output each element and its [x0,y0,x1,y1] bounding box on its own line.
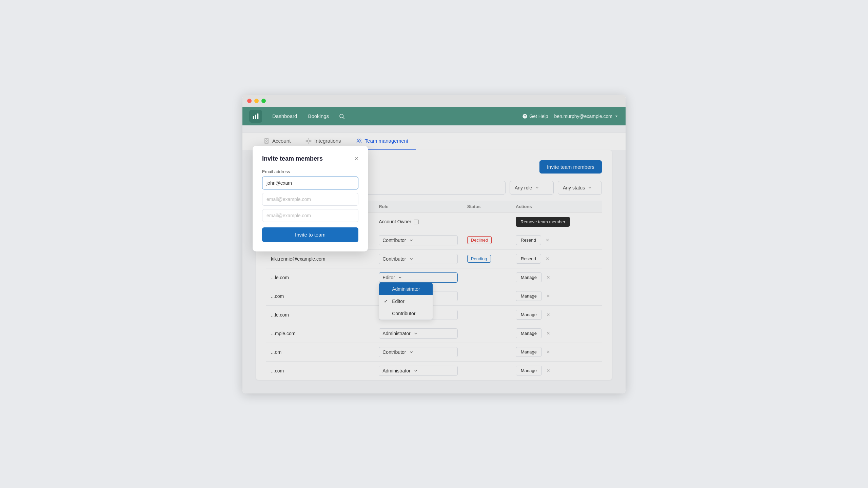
minimize-btn[interactable] [254,99,259,103]
modal-header: Invite team members × [262,155,358,162]
search-icon[interactable] [336,111,347,122]
user-menu[interactable]: ben.murphy@example.com [554,114,619,119]
svg-point-3 [340,114,343,118]
app-window: Dashboard Bookings ? Get Help ben.murphy… [242,95,626,393]
topnav-right: ? Get Help ben.murphy@example.com [522,114,619,119]
maximize-btn[interactable] [261,99,266,103]
email-input-1[interactable] [262,177,358,189]
modal-close-button[interactable]: × [354,155,358,162]
invite-modal: Invite team members × Email address Invi… [253,146,368,251]
titlebar [242,95,626,107]
topnav: Dashboard Bookings ? Get Help ben.murphy… [242,107,626,125]
email-label: Email address [262,169,358,174]
modal-overlay: Invite team members × Email address Invi… [242,125,626,393]
nav-bookings[interactable]: Bookings [304,111,333,121]
invite-to-team-button[interactable]: Invite to team [262,227,358,242]
svg-text:?: ? [524,115,526,118]
chevron-down-icon [614,114,619,119]
email-input-2[interactable] [262,193,358,206]
logo[interactable] [249,110,262,123]
svg-rect-0 [253,116,254,119]
svg-rect-1 [255,115,256,119]
close-btn[interactable] [247,99,252,103]
help-icon: ? [522,114,528,119]
nav-links: Dashboard Bookings [268,111,333,121]
modal-title: Invite team members [262,155,323,162]
svg-rect-2 [257,113,259,119]
help-link[interactable]: ? Get Help [522,114,548,119]
svg-line-4 [343,117,344,119]
nav-dashboard[interactable]: Dashboard [268,111,301,121]
logo-icon [252,113,259,120]
email-input-3[interactable] [262,209,358,222]
content-area: Account Integrations Team management Tea… [242,125,626,393]
